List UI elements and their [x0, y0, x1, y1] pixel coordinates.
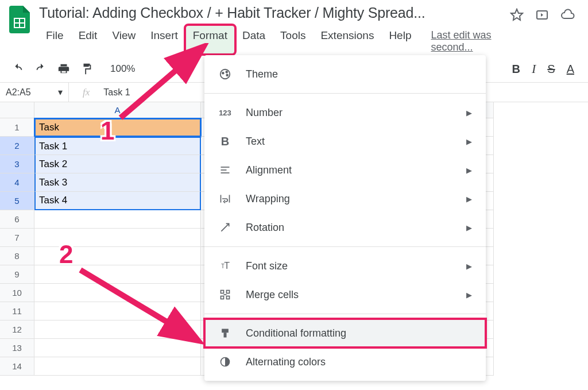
cell-a2[interactable]: Task 1	[34, 137, 201, 155]
sheets-logo-icon[interactable]	[7, 7, 32, 32]
print-icon[interactable]	[57, 63, 70, 75]
rotation-icon	[218, 221, 232, 234]
doc-title[interactable]: Tutorial: Adding Checkbox / + Habit Trac…	[39, 5, 510, 21]
dd-label: Font size	[246, 260, 288, 272]
cell-text: Task 3	[39, 177, 67, 188]
name-box-value: A2:A5	[6, 87, 31, 98]
chevron-right-icon: ▶	[466, 223, 472, 232]
dd-alternating-colors[interactable]: Alternating colors	[204, 347, 486, 376]
cloud-icon[interactable]	[560, 8, 575, 22]
alternating-icon	[218, 355, 232, 369]
dd-label: Theme	[246, 68, 278, 80]
row-header[interactable]: 4	[0, 173, 34, 192]
chevron-right-icon: ▶	[466, 137, 472, 146]
redo-icon[interactable]	[34, 63, 47, 75]
dd-label: Merge cells	[246, 289, 299, 301]
row-header[interactable]: 14	[0, 357, 34, 376]
cell-text: Task	[39, 122, 59, 133]
number-icon: 123	[218, 106, 232, 119]
cell[interactable]	[34, 210, 201, 229]
menu-extensions[interactable]: Extensions	[314, 26, 381, 53]
menu-file[interactable]: File	[39, 26, 71, 53]
dd-wrapping[interactable]: Wrapping ▶	[204, 184, 486, 213]
arrow-2	[75, 264, 212, 350]
dd-conditional-formatting[interactable]: Conditional formatting	[204, 319, 486, 347]
paint-format-icon[interactable]	[80, 63, 93, 75]
wrapping-icon	[218, 192, 232, 206]
svg-marker-3	[511, 9, 523, 20]
cell-text: Task 1	[39, 141, 67, 152]
svg-point-8	[226, 74, 228, 76]
row-header[interactable]: 10	[0, 284, 34, 302]
row-header[interactable]: 6	[0, 210, 34, 229]
row-header[interactable]: 3	[0, 155, 34, 173]
row-header[interactable]: 12	[0, 321, 34, 339]
svg-point-5	[220, 69, 230, 79]
row-header[interactable]: 1	[0, 118, 34, 137]
dd-rotation[interactable]: Rotation ▶	[204, 213, 486, 242]
svg-line-22	[121, 49, 201, 118]
svg-point-6	[222, 72, 224, 74]
cell[interactable]	[34, 357, 201, 376]
merge-icon	[218, 288, 232, 302]
annotation-1: 1	[100, 117, 114, 145]
arrow-1	[115, 43, 218, 123]
dd-alignment[interactable]: Alignment ▶	[204, 156, 486, 184]
row-header[interactable]: 13	[0, 339, 34, 357]
chevron-right-icon: ▶	[466, 262, 472, 271]
cell-a5[interactable]: Task 4	[34, 192, 201, 210]
dd-fontsize[interactable]: TT Font size ▶	[204, 252, 486, 280]
dd-text[interactable]: B Text ▶	[204, 127, 486, 156]
dd-theme[interactable]: Theme	[204, 60, 486, 88]
textcolor-button[interactable]: A	[567, 63, 574, 76]
last-edit-link[interactable]: Last edit was second...	[431, 26, 510, 53]
svg-rect-9	[221, 167, 230, 168]
conditional-icon	[218, 326, 232, 340]
format-dropdown: Theme 123 Number ▶ B Text ▶ Alignment ▶ …	[204, 55, 486, 381]
row-header[interactable]: 5	[0, 192, 34, 210]
dd-label: Text	[246, 136, 265, 148]
undo-icon[interactable]	[11, 63, 24, 75]
svg-rect-15	[227, 291, 230, 294]
cell-a3[interactable]: Task 2	[34, 155, 201, 173]
dd-merge[interactable]: Merge cells ▶	[204, 280, 486, 309]
dd-label: Alternating colors	[246, 356, 326, 368]
dd-label: Conditional formatting	[246, 327, 346, 339]
strike-button[interactable]: S	[547, 63, 555, 76]
dd-number[interactable]: 123 Number ▶	[204, 98, 486, 127]
row-header[interactable]: 2	[0, 137, 34, 155]
title-area: Tutorial: Adding Checkbox / + Habit Trac…	[39, 5, 510, 53]
separator	[204, 246, 486, 247]
italic-button[interactable]: I	[532, 61, 536, 76]
chevron-down-icon: ▾	[58, 87, 63, 98]
grid-corner[interactable]	[0, 102, 34, 118]
row-header[interactable]: 11	[0, 302, 34, 321]
name-box[interactable]: A2:A5 ▾	[0, 83, 69, 102]
cell-text: Task 2	[39, 159, 67, 170]
svg-rect-10	[221, 169, 227, 171]
dd-label: Alignment	[246, 164, 292, 176]
dd-label: Wrapping	[246, 193, 290, 205]
row-header[interactable]: 8	[0, 247, 34, 265]
fx-icon: fx	[69, 87, 103, 98]
move-icon[interactable]	[535, 8, 549, 22]
chevron-right-icon: ▶	[466, 109, 472, 117]
chevron-right-icon: ▶	[466, 166, 472, 175]
row-header[interactable]: 7	[0, 229, 34, 247]
row-header[interactable]: 9	[0, 265, 34, 284]
header-icons	[510, 8, 581, 22]
text-icon: B	[218, 134, 232, 148]
chevron-right-icon: ▶	[466, 291, 472, 299]
svg-rect-19	[224, 333, 227, 337]
bold-button[interactable]: B	[512, 63, 520, 76]
menu-help[interactable]: Help	[382, 26, 418, 53]
cell-a4[interactable]: Task 3	[34, 173, 201, 192]
format-group: B I S A	[512, 61, 574, 76]
star-icon[interactable]	[510, 8, 524, 22]
dd-label: Number	[246, 107, 283, 119]
svg-point-7	[226, 71, 227, 73]
menu-tools[interactable]: Tools	[273, 26, 312, 53]
menu-edit[interactable]: Edit	[72, 26, 105, 53]
fontsize-icon: TT	[218, 259, 232, 273]
menu-data[interactable]: Data	[235, 26, 272, 53]
